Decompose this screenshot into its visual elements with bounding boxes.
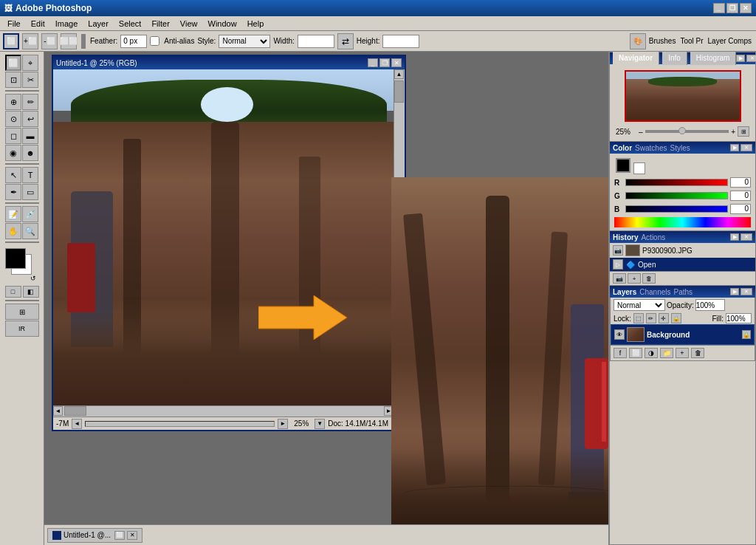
tab-navigator[interactable]: Navigator [613, 52, 659, 65]
quickmask-mode-btn[interactable]: ◧ [23, 286, 39, 298]
doc-status-scroll-right[interactable]: ► [278, 419, 288, 429]
lock-all-btn[interactable]: 🔒 [671, 313, 681, 323]
menu-image[interactable]: Image [51, 18, 83, 30]
doc-zoom-menu[interactable]: ▼ [315, 419, 325, 429]
doc-maximize-btn[interactable]: ❐ [379, 58, 390, 67]
b-slider[interactable] [625, 205, 728, 213]
tool-history-brush[interactable]: ↩ [22, 111, 38, 127]
history-item-snapshot[interactable]: 📷 P9300900.JPG [610, 243, 755, 258]
tool-dodge[interactable]: ☻ [22, 145, 38, 161]
doc-minimize-btn[interactable]: _ [368, 58, 378, 67]
tool-mode-subtract[interactable]: -⬜ [41, 33, 58, 49]
layers-blend-select[interactable]: Normal [614, 299, 665, 311]
palette-toggle[interactable]: 🎨 [630, 33, 646, 49]
feather-input[interactable] [120, 35, 147, 48]
canvas-scrollbar-h[interactable]: ◄ ► [53, 405, 394, 417]
lock-paint-btn[interactable]: ✏ [646, 313, 656, 323]
tool-mode-add[interactable]: +⬜ [22, 33, 38, 49]
color-panel-menu-btn[interactable]: ✕ [740, 144, 752, 151]
history-snapshot-btn[interactable]: 📷 [613, 273, 626, 284]
anti-alias-checkbox[interactable] [150, 36, 159, 46]
nav-zoom-out-btn[interactable]: – [639, 128, 643, 136]
history-expand-btn[interactable]: ▶ [730, 233, 739, 241]
tool-presets-tab[interactable]: Tool Pr [680, 37, 703, 45]
tool-zoom[interactable]: 🔍 [22, 223, 38, 239]
lock-transparent-btn[interactable]: ⬚ [633, 313, 644, 323]
doc-close-btn[interactable]: ✕ [391, 58, 402, 67]
layers-opacity-input[interactable] [695, 299, 725, 311]
menu-help[interactable]: Help [243, 18, 269, 30]
tool-marquee-rect[interactable]: ⬜ [5, 55, 21, 71]
layers-close-btn[interactable]: ✕ [740, 288, 752, 295]
color-reset-icon[interactable]: ↺ [30, 275, 36, 282]
styles-tab[interactable]: Styles [670, 144, 693, 152]
tool-gradient[interactable]: ▬ [22, 128, 38, 144]
tool-heal[interactable]: ⊕ [5, 94, 21, 110]
layer-new-btn[interactable]: + [676, 348, 689, 358]
layer-visibility-eye[interactable]: 👁 [614, 329, 625, 340]
swap-icon[interactable]: ⇄ [337, 33, 354, 49]
document-canvas[interactable]: ▲ ▼ ◄ ► [53, 69, 405, 417]
tool-mode-intersect[interactable]: ⬜⬜ [61, 33, 77, 49]
layer-adjustment-btn[interactable]: ◑ [645, 348, 658, 358]
tool-path[interactable]: ↖ [5, 167, 21, 183]
color-expand-btn[interactable]: ▶ [730, 144, 739, 151]
jump-to-imageready-btn[interactable]: IR [5, 321, 39, 337]
standard-mode-btn[interactable]: □ [5, 286, 21, 298]
close-button[interactable]: ✕ [740, 3, 752, 13]
history-tab[interactable]: History [613, 233, 641, 241]
layer-group-btn[interactable]: 📁 [660, 348, 673, 358]
layer-style-btn[interactable]: f [614, 348, 627, 358]
tool-eraser[interactable]: ◻ [5, 128, 21, 144]
b-value[interactable]: 0 [730, 204, 751, 214]
g-slider[interactable] [625, 192, 728, 199]
menu-window[interactable]: Window [204, 18, 241, 30]
history-close-btn[interactable]: ✕ [740, 233, 752, 241]
menu-filter[interactable]: Filter [147, 18, 173, 30]
taskbar-restore-btn[interactable]: ⬜ [114, 531, 125, 540]
taskbar-close-btn[interactable]: ✕ [127, 531, 137, 540]
navigator-expand-btn[interactable]: ▶ [736, 55, 745, 62]
foreground-color-swatch[interactable] [5, 248, 26, 269]
color-spectrum[interactable] [614, 217, 751, 227]
paths-tab[interactable]: Paths [674, 288, 696, 296]
layers-fill-input[interactable] [726, 313, 752, 323]
g-value[interactable]: 0 [730, 191, 751, 201]
tool-pen[interactable]: ✒ [5, 184, 21, 200]
history-delete-btn[interactable]: 🗑 [642, 273, 656, 284]
style-select[interactable]: Normal [219, 35, 270, 48]
nav-zoom-fit-btn[interactable]: ⊞ [738, 126, 749, 137]
history-item-open[interactable]: ▷ 🔷 Open [610, 258, 755, 271]
taskbar-document-item[interactable]: Untitled-1 @... ⬜ ✕ [47, 528, 142, 543]
height-input[interactable] [382, 35, 419, 48]
brushes-tab[interactable]: Brushes [649, 37, 676, 45]
r-slider[interactable] [625, 179, 728, 186]
second-document-canvas[interactable] [391, 177, 608, 539]
layers-expand-btn[interactable]: ▶ [730, 288, 739, 295]
tool-marquee-lasso[interactable]: ⌖ [22, 55, 38, 71]
tool-type[interactable]: T [22, 167, 38, 183]
nav-zoom-in-btn[interactable]: + [731, 128, 735, 136]
tab-histogram[interactable]: Histogram [690, 52, 737, 65]
history-new-btn[interactable]: + [628, 273, 641, 284]
tool-eyedropper[interactable]: 💉 [22, 206, 38, 222]
menu-edit[interactable]: Edit [27, 18, 49, 30]
layers-tab[interactable]: Layers [613, 288, 639, 296]
screen-mode-btn[interactable]: ⊞ [5, 304, 39, 320]
tool-clone[interactable]: ⊙ [5, 111, 21, 127]
lock-move-btn[interactable]: ✛ [659, 313, 669, 323]
tool-blur[interactable]: ◉ [5, 145, 21, 161]
tool-slice[interactable]: ✂ [22, 72, 38, 88]
tool-shape[interactable]: ▭ [22, 184, 38, 200]
menu-file[interactable]: File [3, 18, 25, 30]
color-background-small[interactable] [633, 162, 645, 174]
color-tab[interactable]: Color [613, 144, 635, 152]
doc-status-scroll-left[interactable]: ◄ [72, 419, 82, 429]
navigator-zoom-slider[interactable] [645, 130, 729, 133]
minimize-button[interactable]: _ [713, 3, 725, 13]
channels-tab[interactable]: Channels [639, 288, 673, 296]
menu-select[interactable]: Select [114, 18, 146, 30]
menu-layer[interactable]: Layer [83, 18, 113, 30]
tab-info[interactable]: Info [662, 52, 687, 65]
tool-notes[interactable]: 📝 [5, 206, 21, 222]
